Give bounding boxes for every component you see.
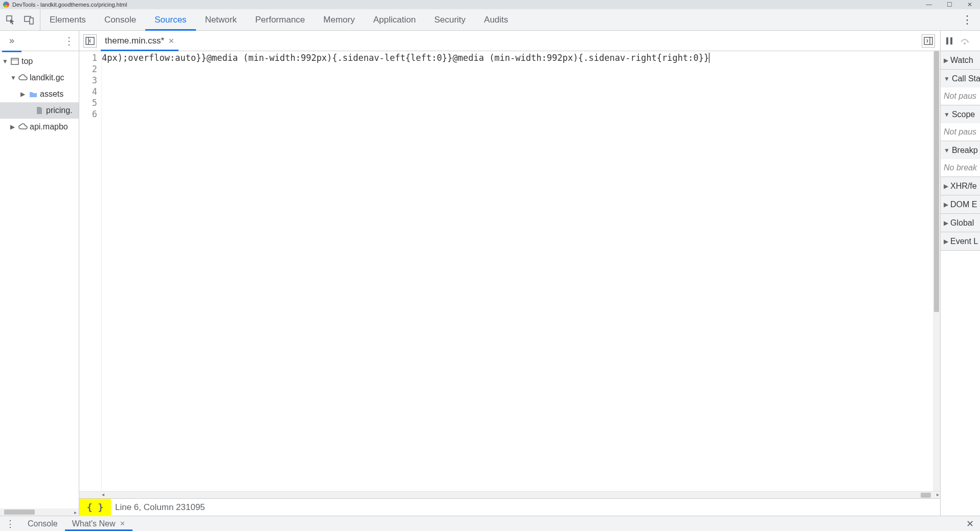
drawer-tab-console[interactable]: Console [20,516,65,531]
tree-row-file[interactable]: pricing. [0,102,79,119]
close-drawer-icon[interactable]: ✕ [960,516,980,531]
tree-label: assets [40,90,63,99]
svg-point-11 [964,42,966,45]
cursor-position: Line 6, Column 231095 [111,502,205,513]
scroll-right-icon[interactable]: ▸ [72,510,79,515]
expand-icon[interactable]: ▶ [944,201,948,208]
svg-rect-9 [946,37,948,45]
collapse-icon[interactable]: ▼ [10,74,16,81]
inspect-element-icon[interactable] [5,14,16,26]
expand-icon[interactable]: ▶ [944,57,948,64]
svg-rect-3 [11,58,18,64]
svg-rect-5 [86,37,94,45]
line-gutter: 1 2 3 4 5 6 [79,51,102,491]
expand-icon[interactable]: ▶ [944,219,948,227]
editor-area: theme.min.css* ✕ 1 2 3 4 5 6 4px);overfl… [79,31,940,516]
editor-tab[interactable]: theme.min.css* ✕ [101,31,179,51]
breakpoints-section[interactable]: ▼Breakp No break [941,141,980,177]
window-maximize-button[interactable]: ☐ [939,0,960,9]
collapse-icon[interactable]: ▼ [944,147,950,154]
scrollbar-thumb[interactable] [934,51,939,312]
expand-icon[interactable]: ▶ [944,238,948,245]
tree-label: api.mapbo [30,122,68,131]
editor-tab-label: theme.min.css* [105,36,164,46]
tab-elements[interactable]: Elements [40,9,95,30]
collapse-icon[interactable]: ▼ [2,58,8,65]
svg-rect-2 [30,18,33,24]
watch-section[interactable]: ▶Watch [941,51,980,70]
tab-sources[interactable]: Sources [145,9,195,30]
main-tabs: Elements Console Sources Network Perform… [40,9,518,30]
tree-row-domain[interactable]: ▼ landkit.gc [0,70,79,86]
tab-audits[interactable]: Audits [475,9,517,30]
scroll-left-icon[interactable]: ◂ [102,492,104,497]
device-toolbar-icon[interactable] [24,14,35,26]
drawer: ⋮ Console What's New ✕ ✕ [0,516,980,531]
drawer-menu-icon[interactable]: ⋮ [0,516,20,531]
window-close-button[interactable]: ✕ [960,0,980,9]
navigator-more-tabs-icon[interactable]: » [4,35,19,46]
window-titlebar: DevTools - landkit.goodthemes.co/pricing… [0,0,980,9]
scrollbar-thumb[interactable] [921,493,931,498]
file-icon [35,106,44,115]
expand-icon[interactable]: ▶ [20,91,27,98]
cloud-icon [18,123,28,130]
file-tree: ▼ top ▼ landkit.gc ▶ assets pricing. ▶ [0,51,79,508]
debugger-pane: ▶Watch ▼Call Sta Not paus ▼Scope Not pau… [940,31,980,516]
svg-rect-7 [924,37,932,45]
window-title: DevTools - landkit.goodthemes.co/pricing… [12,2,127,8]
code-editor[interactable]: 4px);overflow:auto}}@media (min-width:99… [102,51,933,491]
scroll-right-icon[interactable]: ▸ [937,492,939,497]
drawer-tab-whatsnew[interactable]: What's New ✕ [65,516,132,531]
frame-icon [10,58,19,65]
tab-performance[interactable]: Performance [246,9,314,30]
editor-status-bar: { } Line 6, Column 231095 [79,498,940,516]
expand-icon[interactable]: ▶ [10,123,16,130]
xhr-section[interactable]: ▶XHR/fe [941,177,980,195]
collapse-icon[interactable]: ▼ [944,75,950,82]
expand-icon[interactable]: ▶ [944,183,948,190]
navigator-scrollbar[interactable]: ▸ [0,508,79,516]
settings-menu-icon[interactable]: ⋮ [962,14,973,26]
tab-memory[interactable]: Memory [314,9,364,30]
step-over-icon[interactable] [960,37,970,45]
devtools-main-toolbar: Elements Console Sources Network Perform… [0,9,980,31]
close-tab-icon[interactable]: ✕ [168,37,174,45]
tree-label: landkit.gc [30,73,64,82]
tab-network[interactable]: Network [196,9,246,30]
pretty-print-button[interactable]: { } [79,499,111,516]
tab-console[interactable]: Console [95,9,145,30]
debugger-toggle-icon[interactable] [922,34,935,48]
editor-hscrollbar[interactable]: ◂ ▸ [79,491,940,498]
tree-label: top [21,57,33,66]
global-listeners-section[interactable]: ▶Global [941,214,980,232]
event-listener-section[interactable]: ▶Event L [941,232,980,251]
tree-label: pricing. [46,106,73,115]
tab-security[interactable]: Security [425,9,475,30]
scrollbar-thumb[interactable] [4,510,35,515]
editor-vscrollbar[interactable] [933,51,940,491]
dom-breakpoints-section[interactable]: ▶DOM E [941,195,980,214]
window-minimize-button[interactable]: — [919,0,939,9]
cloud-icon [18,74,28,81]
tree-row-folder[interactable]: ▶ assets [0,86,79,102]
close-tab-icon[interactable]: ✕ [120,520,125,527]
chrome-favicon-icon [3,2,9,8]
collapse-icon[interactable]: ▼ [944,111,950,118]
navigator-toggle-icon[interactable] [83,34,97,48]
text-caret [709,53,709,63]
svg-rect-10 [950,37,952,45]
callstack-section[interactable]: ▼Call Sta Not paus [941,70,980,105]
pause-button-icon[interactable] [946,37,953,45]
scope-section[interactable]: ▼Scope Not paus [941,105,980,141]
sources-navigator: » ⋮ ▼ top ▼ landkit.gc ▶ assets pr [0,31,79,516]
tree-row-domain-2[interactable]: ▶ api.mapbo [0,119,79,135]
navigator-menu-icon[interactable]: ⋮ [63,35,75,47]
tab-application[interactable]: Application [364,9,425,30]
tree-row-top[interactable]: ▼ top [0,53,79,70]
folder-icon [29,91,38,98]
